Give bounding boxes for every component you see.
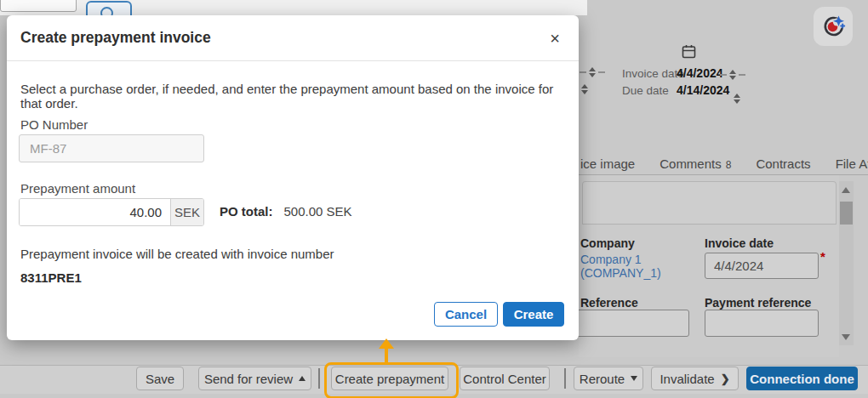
send-for-review-button[interactable]: Send for review <box>198 367 311 390</box>
modal-description: Select a purchase order, if needed, and … <box>20 82 565 111</box>
toolbar-divider <box>318 368 320 389</box>
reroute-button[interactable]: Reroute <box>574 367 643 390</box>
invoice-date-stepper[interactable] <box>720 70 745 80</box>
caret-up-icon <box>299 376 306 381</box>
invalidate-button[interactable]: Invalidate ❯ <box>651 367 739 390</box>
stepper-dash <box>739 74 745 76</box>
po-number-label: PO Number <box>20 117 88 132</box>
panel-scrollbar[interactable] <box>839 181 854 345</box>
close-icon[interactable]: × <box>550 30 560 47</box>
cancel-button[interactable]: Cancel <box>434 302 498 327</box>
scroll-down-icon[interactable] <box>842 334 850 340</box>
prepayment-amount-input[interactable] <box>20 199 170 225</box>
scroll-up-icon[interactable] <box>842 187 850 193</box>
required-marker: * <box>820 253 825 261</box>
po-total-label: PO total: <box>220 204 273 219</box>
highlight-arrow-head-icon <box>379 338 394 349</box>
reference-label: Reference <box>580 296 638 310</box>
stepper-icon <box>589 67 596 77</box>
panel-invoice-date-label: Invoice date <box>705 236 774 250</box>
caret-down-icon <box>631 376 637 381</box>
due-date-value: 4/14/2024 <box>677 83 729 97</box>
highlight-arrow-line <box>385 348 388 363</box>
toolbar-divider <box>564 368 566 389</box>
invoice-number-note: Prepayment invoice will be created with … <box>20 247 334 261</box>
create-button[interactable]: Create <box>503 302 564 327</box>
ai-copilot-icon <box>820 14 846 39</box>
stepper-icon <box>734 94 740 104</box>
prepayment-amount-group: SEK <box>19 198 204 226</box>
tab-comments[interactable]: Comments8 <box>660 156 731 171</box>
background-partial-input <box>0 0 77 12</box>
stepper-dash <box>598 71 605 73</box>
invoice-date-label: Invoice date <box>622 67 684 80</box>
connection-done-button[interactable]: Connection done <box>746 367 858 390</box>
hidden-field-stepper[interactable] <box>581 84 588 94</box>
stepper-dash <box>580 71 586 73</box>
hidden-field-stepper[interactable] <box>580 67 605 77</box>
stepper-icon <box>729 70 736 80</box>
company-label: Company <box>580 236 635 250</box>
control-center-button[interactable]: Control Center <box>460 367 550 390</box>
calendar-icon <box>681 43 697 60</box>
due-date-label: Due date <box>622 84 669 97</box>
prepayment-amount-label: Prepayment amount <box>20 181 135 196</box>
stepper-dash <box>720 74 727 76</box>
due-date-stepper[interactable] <box>734 86 740 104</box>
create-prepayment-modal: Create prepayment invoice × Select a pur… <box>7 15 579 340</box>
comments-count-badge: 8 <box>726 159 732 171</box>
tab-invoice-image[interactable]: ice image <box>580 156 635 171</box>
reference-input[interactable] <box>562 310 689 337</box>
modal-header: Create prepayment invoice × <box>7 15 579 61</box>
background-top-strip <box>0 0 587 15</box>
stepper-icon <box>581 84 588 94</box>
create-prepayment-button[interactable]: Create prepayment <box>331 367 448 390</box>
modal-title: Create prepayment invoice <box>20 29 211 47</box>
chevron-right-icon: ❯ <box>721 372 730 385</box>
po-total-value: 500.00 SEK <box>284 204 352 219</box>
invoice-number-value: 8311PRE1 <box>20 270 82 285</box>
save-button[interactable]: Save <box>136 367 184 390</box>
scrollbar-thumb[interactable] <box>840 202 853 225</box>
panel-header-box <box>582 181 837 225</box>
panel-invoice-date-input[interactable] <box>705 253 819 279</box>
tab-contracts[interactable]: Contracts <box>756 156 810 171</box>
invoice-date-value: 4/4/2024 <box>677 66 723 80</box>
payment-reference-input[interactable] <box>705 310 819 337</box>
tab-bar: ice image Comments8 Contracts File At → <box>580 156 868 173</box>
po-number-input[interactable] <box>19 134 204 162</box>
payment-reference-label: Payment reference <box>705 296 811 310</box>
po-total-row: PO total: 500.00 SEK <box>220 204 352 219</box>
tab-file-attachments[interactable]: File At <box>836 156 868 171</box>
currency-suffix: SEK <box>170 199 203 225</box>
ai-assistant-button[interactable] <box>814 7 853 46</box>
company-link[interactable]: Company 1 (COMPANY_1) <box>580 253 661 280</box>
